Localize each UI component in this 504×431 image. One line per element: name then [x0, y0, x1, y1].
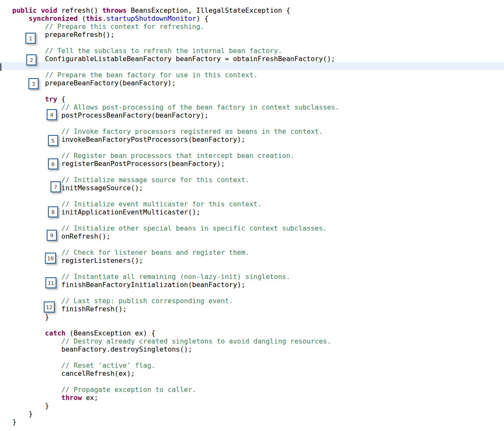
code-line[interactable]	[12, 87, 339, 95]
step-badge-5: 5	[48, 135, 58, 146]
code-token-keyword: throw	[62, 394, 82, 402]
text-caret	[0, 63, 1, 71]
code-token-plain: beanFactory.destroySingletons();	[62, 345, 192, 353]
code-line[interactable]: }	[12, 410, 339, 418]
code-token-keyword: public	[12, 6, 37, 14]
code-token-comment: // Allows post-processing of the bean fa…	[62, 103, 339, 111]
code-line[interactable]: // Check for listener beans and register…	[12, 248, 339, 256]
code-token-keyword: catch	[45, 329, 65, 337]
code-token-plain: ) {	[196, 14, 208, 23]
code-line[interactable]	[12, 144, 339, 152]
code-token-plain: initMessageSource();	[62, 184, 143, 192]
code-token-plain: ex;	[82, 394, 98, 402]
code-line[interactable]: invokeBeanFactoryPostProcessors(beanFact…	[12, 135, 339, 144]
code-line[interactable]: // Prepare this context for refreshing.	[12, 23, 339, 31]
code-line[interactable]: // Tell the subclass to refresh the inte…	[12, 47, 339, 55]
code-line[interactable]	[12, 63, 339, 71]
code-line[interactable]: // Register bean processors that interce…	[12, 152, 339, 160]
code-token-plain: prepareRefresh();	[45, 31, 115, 39]
code-line[interactable]: cancelRefresh(ex);	[12, 369, 339, 377]
code-line[interactable]: }	[12, 313, 339, 321]
code-line[interactable]	[12, 377, 339, 386]
code-line[interactable]: prepareRefresh();	[12, 31, 339, 39]
code-line[interactable]	[12, 353, 339, 361]
code-line[interactable]: registerListeners();	[12, 256, 339, 265]
code-line[interactable]: // Initialize other special beans in spe…	[12, 224, 339, 232]
code-line[interactable]	[12, 192, 339, 200]
code-line[interactable]: }	[12, 418, 339, 426]
code-line[interactable]: beanFactory.destroySingletons();	[12, 345, 339, 353]
code-token-plain: }	[12, 418, 17, 426]
code-line[interactable]: // Destroy already created singletons to…	[12, 337, 339, 345]
code-token-plain: registerListeners();	[62, 256, 143, 265]
code-line[interactable]	[12, 39, 339, 47]
code-line[interactable]: // Last step: publish corresponding even…	[12, 297, 339, 305]
code-line[interactable]: initMessageSource();	[12, 184, 339, 192]
code-line[interactable]: // Initialize event multicaster for this…	[12, 200, 339, 208]
code-line[interactable]: prepareBeanFactory(beanFactory);	[12, 79, 339, 87]
code-line[interactable]: catch (BeansException ex) {	[12, 329, 339, 337]
step-badge-10: 10	[45, 253, 56, 264]
code-token-comment: // Reset 'active' flag.	[62, 361, 156, 369]
code-line[interactable]: initApplicationEventMulticaster();	[12, 208, 339, 216]
step-badge-2: 2	[26, 54, 36, 65]
step-badge-6: 6	[48, 158, 58, 169]
step-badge-11: 11	[45, 277, 56, 288]
code-token-plain: }	[45, 313, 49, 321]
code-token-plain: finishBeanFactoryInitialization(beanFact…	[62, 281, 245, 289]
code-line[interactable]: ConfigurableListableBeanFactory beanFact…	[12, 55, 339, 63]
code-line[interactable]: finishBeanFactoryInitialization(beanFact…	[12, 281, 339, 289]
code-line[interactable]	[12, 321, 339, 329]
code-token-comment: // Check for listener beans and register…	[62, 248, 249, 256]
code-token-plain: finishRefresh();	[62, 305, 127, 313]
code-token-plain: refresh()	[57, 6, 102, 14]
code-token-plain: postProcessBeanFactory(beanFactory);	[62, 111, 209, 119]
code-editor-viewport: public void refresh() throws BeansExcept…	[0, 0, 504, 431]
step-badge-7: 7	[50, 181, 61, 192]
code-line[interactable]: public void refresh() throws BeansExcept…	[12, 6, 339, 14]
code-token-plain: onRefresh();	[62, 232, 111, 240]
code-line[interactable]: synchronized (this.startupShutdownMonito…	[12, 14, 339, 23]
code-line[interactable]: // Prepare the bean factory for use in t…	[12, 71, 339, 79]
code-token-plain: registerBeanPostProcessors(beanFactory);	[62, 160, 225, 168]
code-line[interactable]: // Allows post-processing of the bean fa…	[12, 103, 339, 111]
code-token-comment: // Prepare the bean factory for use in t…	[45, 71, 258, 79]
code-line[interactable]: // Invoke factory processors registered …	[12, 127, 339, 135]
code-line[interactable]	[12, 240, 339, 248]
code-line[interactable]	[12, 265, 339, 273]
code-line[interactable]	[12, 289, 339, 297]
code-line[interactable]	[12, 216, 339, 224]
code-token-comment: // Propagate exception to caller.	[62, 386, 196, 394]
code-token-plain	[37, 6, 41, 14]
code-token-comment: // Invoke factory processors registered …	[62, 127, 323, 135]
code-line[interactable]: try {	[12, 95, 339, 103]
code-line[interactable]: // Initialize message source for this co…	[12, 176, 339, 184]
code-token-comment: // Initialize event multicaster for this…	[62, 200, 262, 208]
code-token-plain: (BeansException ex) {	[65, 329, 155, 337]
code-token-plain: ConfigurableListableBeanFactory beanFact…	[45, 55, 335, 63]
code-line[interactable]	[12, 168, 339, 176]
code-line[interactable]: onRefresh();	[12, 232, 339, 240]
code-line[interactable]: throw ex;	[12, 394, 339, 402]
code-token-keyword: throws	[102, 6, 127, 14]
code-line[interactable]	[12, 119, 339, 127]
code-token-plain: }	[45, 402, 49, 410]
code-token-keyword: synchronized	[29, 14, 78, 23]
code-line[interactable]: // Propagate exception to caller.	[12, 386, 339, 394]
code-token-plain: initApplicationEventMulticaster();	[62, 208, 201, 216]
code-token-keyword: try	[45, 95, 57, 103]
code-token-plain: .	[102, 14, 106, 23]
code-line[interactable]: registerBeanPostProcessors(beanFactory);	[12, 160, 339, 168]
code-token-comment: // Register bean processors that interce…	[62, 152, 294, 160]
step-badge-12: 12	[44, 301, 55, 313]
code-line[interactable]: postProcessBeanFactory(beanFactory);	[12, 111, 339, 119]
code-line[interactable]: // Reset 'active' flag.	[12, 361, 339, 369]
code-line[interactable]: // Instantiate all remaining (non-lazy-i…	[12, 273, 339, 281]
code-line[interactable]: }	[12, 402, 339, 410]
code-line[interactable]: finishRefresh();	[12, 305, 339, 313]
code-token-plain: {	[57, 95, 65, 103]
code-token-keyword: this	[86, 14, 102, 23]
code-token-comment: // Prepare this context for refreshing.	[45, 23, 204, 31]
code-token-comment: // Tell the subclass to refresh the inte…	[45, 47, 282, 55]
code-token-plain: invokeBeanFactoryPostProcessors(beanFact…	[62, 135, 245, 144]
